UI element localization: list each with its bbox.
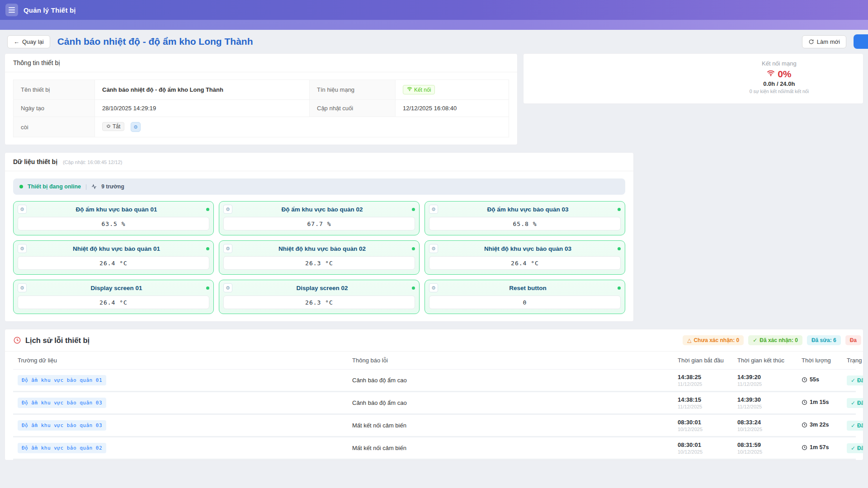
end-time: 08:31:59 — [737, 441, 793, 448]
error-message: Mất kết nối cảm biến — [348, 414, 673, 437]
error-history-title: Lịch sử lỗi thiết bị — [25, 336, 90, 345]
horn-off-label: Tắt — [113, 123, 120, 130]
sensor-card[interactable]: ⚙ Độ ẩm khu vực bảo quản 01 63.5 % — [13, 201, 214, 235]
device-info-title: Thông tin thiết bị — [5, 54, 517, 72]
clock-icon — [802, 377, 807, 383]
page-header: ← Quay lại Cảnh báo nhiệt độ - độ ẩm kho… — [5, 30, 863, 53]
network-main: 0% — [750, 69, 809, 80]
clock-icon — [802, 445, 807, 450]
unconfirmed-badge-label: Chưa xác nhận: 0 — [693, 337, 739, 343]
online-dot-icon — [618, 247, 621, 250]
duration-label: 3m 22s — [810, 422, 829, 428]
hamburger-menu-icon[interactable] — [5, 4, 18, 16]
back-arrow-icon: ← — [14, 38, 19, 45]
activity-icon — [91, 184, 97, 189]
end-date: 10/12/2025 — [737, 427, 793, 432]
app-title: Quản lý Thiết bị — [24, 6, 76, 14]
card-settings-icon[interactable]: ⚙ — [223, 244, 232, 253]
sensor-card-title: Nhiệt độ khu vực bảo quản 02 — [232, 245, 412, 252]
start-date: 10/12/2025 — [678, 449, 728, 455]
start-time: 08:30:01 — [678, 441, 728, 448]
start-date: 10/12/2025 — [678, 427, 728, 432]
connected-badge: Kết nối — [403, 85, 435, 94]
card-settings-icon[interactable]: ⚙ — [18, 244, 27, 253]
check-icon: ✓ — [753, 337, 757, 343]
wifi-icon — [407, 86, 412, 93]
network-percent: 0% — [778, 69, 791, 80]
sensor-card-title: Reset button — [438, 285, 618, 291]
sensor-card[interactable]: ⚙ Display screen 01 26.4 °C — [13, 280, 214, 314]
card-settings-icon[interactable]: ⚙ — [223, 283, 232, 292]
card-settings-icon[interactable]: ⚙ — [223, 205, 232, 214]
history-clock-icon — [13, 336, 21, 344]
horn-off-badge: Tắt — [102, 122, 124, 131]
field-tag[interactable]: Độ ẩm khu vực bảo quản 01 — [18, 375, 106, 385]
field-tag[interactable]: Độ ẩm khu vực bảo quản 02 — [18, 443, 106, 453]
sensor-card[interactable]: ⚙ Độ ẩm khu vực bảo quản 02 67.7 % — [219, 201, 420, 235]
signal-value-cell: Kết nối — [396, 80, 509, 100]
sensor-card-title: Độ ẩm khu vực bảo quản 01 — [27, 206, 206, 213]
device-data-panel: Dữ liệu thiết bị (Cập nhật: 16:08:45 12/… — [5, 152, 634, 322]
created-label: Ngày tạo — [14, 100, 95, 117]
connected-badge-label: Kết nối — [414, 87, 431, 93]
card-settings-icon[interactable]: ⚙ — [18, 283, 27, 292]
sensor-card[interactable]: ⚙ Nhiệt độ khu vực bảo quản 02 26.3 °C — [219, 240, 420, 275]
back-button[interactable]: ← Quay lại — [7, 35, 50, 48]
error-message: Mất kết nối cảm biến — [348, 437, 673, 460]
horn-control-icon[interactable]: ⚙ — [131, 122, 141, 132]
device-info-body: Tên thiết bị Cảnh báo nhiệt độ - độ ẩm k… — [5, 72, 517, 145]
sensor-card[interactable]: ⚙ Display screen 02 26.3 °C — [219, 280, 420, 314]
sensor-card[interactable]: ⚙ Reset button 0 — [425, 280, 625, 314]
unconfirmed-badge: △ Chưa xác nhận: 0 — [683, 335, 744, 345]
online-dot-icon — [19, 185, 23, 188]
end-time: 14:39:20 — [737, 374, 793, 380]
field-tag[interactable]: Độ ẩm khu vực bảo quản 03 — [18, 398, 106, 408]
status-badges: △ Chưa xác nhận: 0 ✓ Đã xác nhận: 0 Đã s… — [683, 335, 855, 345]
device-info-panel: Thông tin thiết bị Tên thiết bị Cảnh báo… — [5, 53, 518, 145]
sensor-card-value: 26.4 °C — [18, 296, 209, 309]
duration-label: 1m 15s — [810, 399, 829, 405]
error-badge-truncated: Đa — [845, 335, 861, 345]
network-events: 0 sự kiện kết nối/mất kết nối — [750, 89, 809, 94]
online-dot-icon — [206, 208, 209, 211]
power-icon — [106, 123, 111, 130]
signal-label: Tín hiệu mạng — [310, 80, 396, 100]
duration-label: 55s — [810, 376, 819, 383]
duration: 55s — [802, 376, 819, 383]
device-data-title: Dữ liệu thiết bị — [13, 158, 57, 165]
column-header-field: Trường dữ liệu — [13, 352, 348, 370]
sensor-card[interactable]: ⚙ Nhiệt độ khu vực bảo quản 03 26.4 °C — [425, 240, 625, 275]
status-badge: ✓ Đã sửa — [847, 421, 863, 431]
confirmed-badge: ✓ Đã xác nhận: 0 — [748, 335, 802, 345]
device-data-body: Thiết bị đang online | 9 trường ⚙ Độ ẩm … — [5, 171, 633, 321]
sensor-card-value: 67.7 % — [223, 217, 415, 230]
table-row: còi Tắt ⚙ — [14, 117, 509, 137]
sensor-card[interactable]: ⚙ Nhiệt độ khu vực bảo quản 01 26.4 °C — [13, 240, 214, 275]
duration: 1m 57s — [802, 444, 829, 450]
error-table-row: Độ ẩm khu vực bảo quản 01 Cảnh báo độ ẩm… — [13, 370, 856, 392]
field-tag[interactable]: Độ ẩm khu vực bảo quản 03 — [18, 420, 106, 431]
start-time: 08:30:01 — [678, 419, 728, 426]
primary-action-button[interactable] — [854, 34, 868, 49]
end-time: 08:33:24 — [737, 419, 793, 426]
column-header-end: Thời gian kết thúc — [733, 352, 797, 370]
card-settings-icon[interactable]: ⚙ — [429, 244, 438, 253]
created-value: 28/10/2025 14:29:19 — [95, 100, 310, 117]
card-settings-icon[interactable]: ⚙ — [429, 205, 438, 214]
sensor-card-grid: ⚙ Độ ẩm khu vực bảo quản 01 63.5 % ⚙ Độ … — [13, 201, 625, 314]
online-dot-icon — [618, 208, 621, 211]
table-header-row: Trường dữ liệu Thông báo lỗi Thời gian b… — [13, 352, 856, 370]
network-status-panel: Kết nối mạng 0% 0.0h / 24.0h 0 sự kiện k… — [523, 53, 863, 104]
sensor-card-title: Nhiệt độ khu vực bảo quản 01 — [27, 245, 206, 252]
error-message: Cảnh báo độ ẩm cao — [348, 392, 673, 414]
online-dot-icon — [206, 247, 209, 250]
sensor-card-title: Nhiệt độ khu vực bảo quản 03 — [438, 245, 618, 252]
online-label: Thiết bị đang online — [28, 183, 81, 190]
top-navbar: Quản lý Thiết bị — [0, 0, 868, 20]
back-button-label: Quay lại — [22, 38, 44, 45]
card-settings-icon[interactable]: ⚙ — [18, 205, 27, 214]
sensor-card[interactable]: ⚙ Độ ẩm khu vực bảo quản 03 65.8 % — [425, 201, 625, 235]
card-settings-icon[interactable]: ⚙ — [429, 283, 438, 292]
refresh-button[interactable]: Làm mới — [802, 35, 846, 48]
horn-label: còi — [14, 117, 95, 137]
